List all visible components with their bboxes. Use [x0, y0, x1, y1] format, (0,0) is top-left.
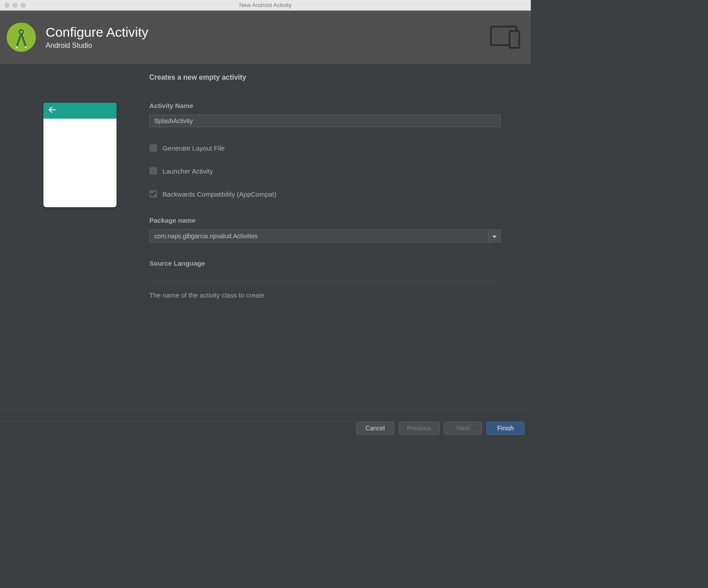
window-title: New Android Activity	[0, 2, 531, 8]
package-name-input[interactable]	[149, 229, 488, 243]
back-arrow-icon	[49, 107, 56, 115]
activity-name-label: Activity Name	[149, 102, 501, 109]
package-name-combo	[149, 229, 501, 243]
content-area: Creates a new empty activity Activity Na…	[0, 64, 531, 414]
zoom-window-button[interactable]	[20, 3, 26, 8]
form-heading: Creates a new empty activity	[149, 74, 501, 81]
header-subtitle: Android Studio	[46, 42, 490, 50]
launcher-activity-row[interactable]: Launcher Activity	[149, 167, 501, 175]
generate-layout-checkbox[interactable]	[149, 144, 157, 152]
finish-button[interactable]: Finish	[486, 422, 525, 435]
activity-name-input[interactable]	[149, 115, 501, 127]
header-banner: Configure Activity Android Studio	[0, 11, 531, 64]
backwards-compat-checkbox[interactable]	[149, 190, 157, 198]
next-button[interactable]: Next	[444, 422, 482, 435]
generate-layout-row[interactable]: Generate Layout File	[149, 144, 501, 152]
preview-column	[43, 74, 117, 414]
help-text: The name of the activity class to create	[149, 291, 501, 299]
launcher-activity-checkbox[interactable]	[149, 167, 157, 175]
preview-appbar	[43, 103, 117, 119]
title-bar: New Android Activity	[0, 0, 531, 11]
source-language-label: Source Language	[149, 259, 501, 267]
separator	[149, 282, 501, 282]
source-language-group: Source Language	[149, 259, 501, 280]
package-name-dropdown-button[interactable]	[488, 229, 501, 243]
minimize-window-button[interactable]	[12, 3, 18, 8]
svg-point-1	[20, 31, 23, 33]
previous-button[interactable]: Previous	[399, 422, 440, 435]
header-title: Configure Activity	[46, 25, 490, 40]
backwards-compat-label: Backwards Compatibility (AppCompat)	[163, 190, 276, 198]
package-name-group: Package name	[149, 217, 501, 243]
window-controls	[0, 3, 26, 8]
launcher-activity-label: Launcher Activity	[163, 167, 213, 175]
footer-buttons: Cancel Previous Next Finish	[0, 414, 531, 441]
cancel-button[interactable]: Cancel	[356, 422, 394, 435]
android-studio-logo-icon	[7, 23, 36, 52]
device-icon	[490, 26, 522, 49]
header-texts: Configure Activity Android Studio	[46, 25, 490, 50]
package-name-label: Package name	[149, 217, 501, 224]
close-window-button[interactable]	[4, 3, 10, 8]
backwards-compat-row[interactable]: Backwards Compatibility (AppCompat)	[149, 190, 501, 198]
activity-name-group: Activity Name	[149, 102, 501, 127]
svg-rect-3	[510, 31, 519, 48]
activity-preview	[43, 103, 117, 207]
form-column: Creates a new empty activity Activity Na…	[149, 74, 501, 414]
generate-layout-label: Generate Layout File	[163, 144, 225, 152]
chevron-down-icon	[492, 232, 497, 240]
